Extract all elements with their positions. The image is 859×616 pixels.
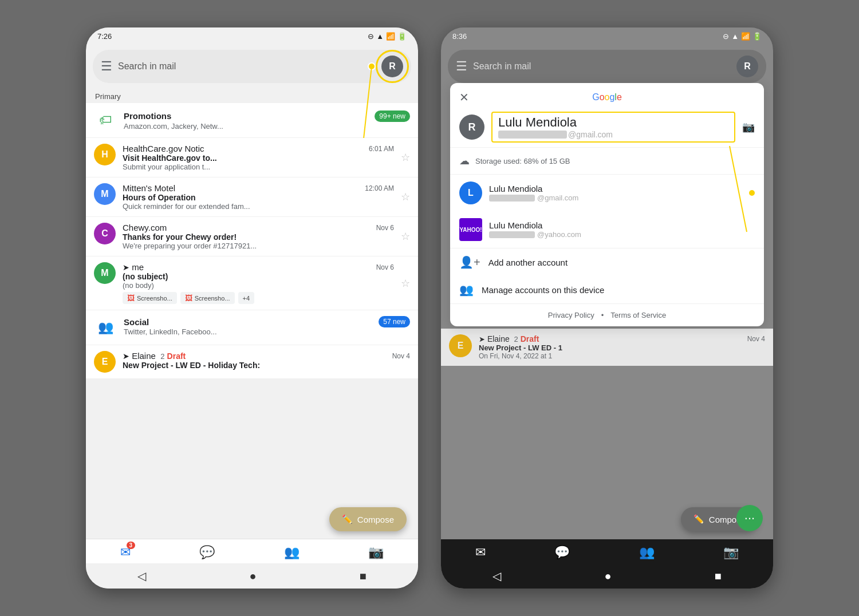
- mail-badge-left: 3: [127, 542, 136, 549]
- mittens-star[interactable]: ☆: [401, 191, 410, 203]
- compose-pencil-icon-right: ✏️: [693, 514, 704, 524]
- compose-button-left[interactable]: ✏️ Compose: [329, 507, 407, 531]
- status-time-left: 7:26: [97, 32, 112, 41]
- privacy-policy-link[interactable]: Privacy Policy: [548, 311, 594, 319]
- lulu-gmail-email: @gmail.com: [489, 194, 742, 202]
- lulu-gmail-text: Lulu Mendiola @gmail.com: [489, 184, 742, 202]
- chewy-star[interactable]: ☆: [401, 230, 410, 243]
- wifi-icon: ▲: [376, 32, 384, 41]
- me-sender: ➤ me: [123, 262, 144, 272]
- recents-btn-left[interactable]: ■: [360, 570, 367, 583]
- system-nav-right: ◁ ● ■: [441, 563, 773, 589]
- email-item-promotions[interactable]: 🏷 Promotions 99+ new Amazon.com, Jackery…: [86, 103, 418, 138]
- home-btn-right[interactable]: ●: [604, 570, 611, 583]
- me-preview: (no body): [123, 281, 394, 290]
- hamburger-icon-right[interactable]: ☰: [456, 59, 467, 74]
- search-bar-left[interactable]: ☰ Search in mail R: [93, 50, 411, 83]
- back-btn-left[interactable]: ◁: [137, 569, 146, 583]
- popup-header: ✕ Google: [450, 83, 764, 107]
- mail-icon-right: ✉: [475, 545, 486, 560]
- avatar-healthcare: H: [94, 144, 116, 165]
- hamburger-icon-left[interactable]: ☰: [101, 59, 112, 74]
- terms-link[interactable]: Terms of Service: [610, 311, 666, 319]
- popup-email-row: @gmail.com: [498, 130, 728, 139]
- nav-mail-right[interactable]: ✉: [475, 545, 486, 560]
- me-content: ➤ me Nov 6 (no subject) (no body) 🖼 Scre…: [123, 262, 394, 304]
- email-item-me[interactable]: M ➤ me Nov 6 (no subject) (no body) 🖼 Sc…: [86, 256, 418, 310]
- add-account-row[interactable]: 👤+ Add another account: [450, 248, 764, 276]
- back-btn-right[interactable]: ◁: [492, 569, 501, 583]
- attachment-chip-2[interactable]: 🖼 Screensho...: [180, 292, 235, 304]
- email-item-healthcare[interactable]: H HealthCare.gov Notic 6:01 AM Visit Hea…: [86, 138, 418, 177]
- elaine-right-preview: On Fri, Nov 4, 2022 at 1: [479, 352, 765, 360]
- healthcare-time: 6:01 AM: [369, 145, 394, 153]
- avatar-mittens: M: [94, 183, 116, 205]
- email-suffix: @gmail.com: [568, 130, 613, 139]
- attachment-chip-1[interactable]: 🖼 Screensho...: [123, 292, 177, 304]
- elaine-left-subject: New Project - LW ED - Holiday Tech:: [123, 361, 410, 370]
- nav-spaces-left[interactable]: 👥: [284, 545, 300, 560]
- manage-accounts-icon: 👥: [459, 283, 474, 297]
- nav-chat-right[interactable]: 💬: [554, 545, 570, 560]
- signal-icon: 📶: [386, 32, 395, 41]
- email-item-elaine-left[interactable]: E ➤ Elaine 2 Draft Nov 4 New Project - L…: [86, 345, 418, 379]
- elaine-right-subject: New Project - LW ED - 1: [479, 343, 765, 352]
- chat-icon-right: 💬: [554, 545, 570, 560]
- meet-icon-left: 📷: [368, 545, 384, 560]
- email-item-social[interactable]: 👥 Social 57 new Twitter, LinkedIn, Faceb…: [86, 310, 418, 345]
- elaine-right-sender: ➤ Elaine 2 Draft: [479, 334, 539, 343]
- chewy-time: Nov 6: [376, 224, 394, 232]
- popup-close-button[interactable]: ✕: [459, 90, 469, 104]
- status-bar-left: 7:26 ⊖ ▲ 📶 🔋: [86, 27, 418, 45]
- search-bar-right[interactable]: ☰ Search in mail R: [448, 50, 766, 83]
- chewy-sender: Chewy.com: [123, 223, 167, 232]
- fab-icon-right: ···: [736, 505, 763, 531]
- social-sender: Social: [124, 317, 149, 327]
- yahoo-blur: [489, 231, 535, 238]
- email-item-chewy[interactable]: C Chewy.com Nov 6 Thanks for your Chewy …: [86, 217, 418, 256]
- email-row-elaine-right[interactable]: E ➤ Elaine 2 Draft Nov 4 New Project - L…: [441, 329, 773, 366]
- gmail-blur: [489, 195, 535, 202]
- me-star[interactable]: ☆: [401, 277, 410, 290]
- nav-meet-left[interactable]: 📷: [368, 545, 384, 560]
- no-sim-icon: ⊖: [368, 32, 374, 41]
- elaine-right-content: ➤ Elaine 2 Draft Nov 4 New Project - LW …: [479, 334, 765, 360]
- attachment-chip-more[interactable]: +4: [238, 292, 255, 304]
- healthcare-star[interactable]: ☆: [401, 151, 410, 164]
- email-item-mittens[interactable]: M Mitten's Motel 12:00 AM Hours of Opera…: [86, 177, 418, 217]
- account-option-lulu-gmail[interactable]: L Lulu Mendiola @gmail.com: [450, 175, 764, 211]
- compose-pencil-icon: ✏️: [342, 514, 353, 524]
- chewy-subject: Thanks for your Chewy order!: [123, 232, 394, 242]
- account-option-lulu-yahoo[interactable]: YAHOO! Lulu Mendiola @yahoo.com: [450, 211, 764, 248]
- nav-meet-right[interactable]: 📷: [723, 545, 739, 560]
- wifi-icon-right: ▲: [731, 32, 739, 41]
- elaine-left-content: ➤ Elaine 2 Draft Nov 4 New Project - LW …: [123, 351, 410, 370]
- email-list-left: 🏷 Promotions 99+ new Amazon.com, Jackery…: [86, 103, 418, 539]
- nav-chat-left[interactable]: 💬: [199, 545, 215, 560]
- spaces-icon-right: 👥: [639, 545, 655, 560]
- fab-green-right[interactable]: ···: [736, 505, 763, 531]
- avatar-r-left[interactable]: R: [381, 56, 403, 77]
- healthcare-preview: Submit your application t...: [123, 163, 394, 171]
- status-icons-left: ⊖ ▲ 📶 🔋: [368, 32, 407, 41]
- avatar-chewy: C: [94, 223, 116, 244]
- social-preview: Twitter, LinkedIn, Faceboo...: [124, 327, 410, 336]
- elaine-left-time: Nov 4: [392, 352, 410, 360]
- chat-icon-left: 💬: [199, 545, 215, 560]
- popup-name-text: Lulu Mendiola: [498, 115, 728, 130]
- nav-spaces-right[interactable]: 👥: [639, 545, 655, 560]
- healthcare-content: HealthCare.gov Notic 6:01 AM Visit Healt…: [123, 144, 394, 171]
- search-text-right: Search in mail: [473, 61, 731, 72]
- popup-footer: Privacy Policy • Terms of Service: [450, 303, 764, 326]
- google-account-popup: ✕ Google R Lulu Mendiola @gmail.com: [450, 83, 764, 326]
- avatar-r-right[interactable]: R: [736, 56, 758, 77]
- email-blur: [498, 131, 567, 139]
- manage-accounts-row[interactable]: 👥 Manage accounts on this device: [450, 276, 764, 303]
- lulu-gmail-name: Lulu Mendiola: [489, 184, 742, 194]
- social-people-icon: 👥: [98, 320, 113, 335]
- camera-icon-popup[interactable]: 📷: [742, 121, 755, 133]
- home-btn-left[interactable]: ●: [249, 570, 256, 583]
- recents-btn-right[interactable]: ■: [715, 570, 722, 583]
- nav-mail-left[interactable]: ✉ 3: [120, 545, 131, 560]
- social-badge: 57 new: [379, 316, 410, 327]
